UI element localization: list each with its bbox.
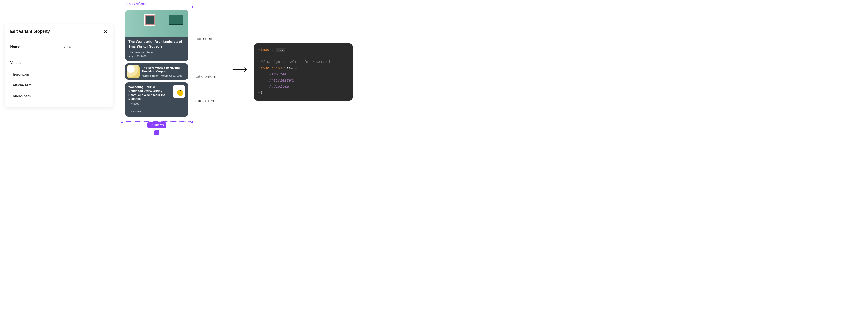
component-icon (125, 2, 128, 6)
hero-item-card[interactable]: The Wonderful Architectures of This Wint… (125, 10, 188, 61)
article-text: The New Method to Making Breakfast Crepe… (142, 66, 187, 77)
article-title: The New Method to Making Breakfast Crepe… (142, 66, 187, 74)
code-line-enum-decl: ⊕enum class View { (257, 65, 348, 72)
panel-title: Edit variant property (10, 29, 50, 34)
selection-handle-tr[interactable] (191, 6, 193, 8)
fold-end-icon[interactable]: ⊖ (257, 90, 260, 95)
article-item-card[interactable]: The New Method to Making Breakfast Crepe… (125, 63, 188, 80)
code-line-enum-v2: ArticleItem, (257, 78, 348, 84)
audio-thumbnail (173, 85, 185, 98)
article-date: November 10, 2021 (161, 74, 183, 77)
component-label[interactable]: NewsCard (125, 2, 192, 6)
more-icon[interactable] (183, 109, 185, 114)
svg-rect-3 (126, 5, 127, 6)
audio-time: 4 hours ago (128, 110, 142, 113)
selection-handle-tl[interactable] (121, 6, 123, 8)
audio-footer: 4 hours ago (128, 109, 185, 114)
component-frame[interactable]: The Wonderful Architectures of This Wint… (122, 7, 192, 122)
code-line-blank (257, 53, 348, 59)
annotation-hero: hero-item (195, 36, 213, 41)
name-row: Name (5, 38, 113, 56)
plus-icon (155, 131, 158, 134)
variants-badge[interactable]: 3 Variants (147, 122, 166, 128)
svg-rect-5 (127, 4, 128, 4)
fold-icon[interactable]: ⊕ (257, 48, 260, 52)
hero-date: August 25, 2021 (128, 55, 185, 58)
article-thumbnail (127, 65, 140, 78)
name-input[interactable] (61, 43, 108, 51)
article-meta: Morning Break November 10, 2021 (142, 74, 187, 77)
hero-title: The Wonderful Architectures of This Wint… (128, 39, 185, 49)
edit-variant-panel: Edit variant property Name Values hero-i… (5, 24, 113, 107)
selection-handle-br[interactable] (191, 120, 193, 122)
hero-image (125, 10, 188, 37)
add-variant-button[interactable] (154, 130, 159, 136)
canvas-frame-wrap: NewsCard The Wonderful Architectures of … (122, 2, 192, 122)
audio-row: Wondering Hour: A Childhood Story, Grizz… (128, 85, 185, 105)
values-label: Values (10, 60, 108, 65)
name-label: Name (10, 45, 20, 49)
panel-header: Edit variant property (5, 24, 113, 38)
value-item-hero[interactable]: hero-item (10, 69, 108, 80)
audio-text: Wondering Hour: A Childhood Story, Grizz… (128, 85, 170, 105)
arrow-icon (232, 67, 249, 73)
code-line-comment: // Design to select for NewsCard (257, 59, 348, 65)
audio-item-card[interactable]: Wondering Hour: A Childhood Story, Grizz… (125, 82, 188, 116)
audio-subtitle: The Bees (128, 102, 170, 105)
code-panel: ⊕import ... // Design to select for News… (254, 43, 353, 101)
annotation-audio: audio-item (195, 99, 215, 104)
hero-subtitle: The Seasonal Sagas (128, 51, 185, 54)
hero-body: The Wonderful Architectures of This Wint… (125, 37, 188, 61)
selection-handle-bl[interactable] (121, 120, 123, 122)
code-line-enum-v1: HeroItem, (257, 72, 348, 78)
values-section: Values hero-item article-item audio-item (5, 56, 113, 107)
code-line-enum-v3: AudioItem (257, 84, 348, 90)
value-item-article[interactable]: article-item (10, 80, 108, 91)
fold-icon[interactable]: ⊕ (257, 66, 260, 71)
annotation-article: article-item (195, 74, 216, 79)
component-name: NewsCard (129, 2, 146, 6)
svg-rect-4 (125, 4, 125, 4)
code-line-import: ⊕import ... (257, 47, 348, 53)
close-icon[interactable] (103, 29, 108, 34)
code-line-close: ⊖} (257, 90, 348, 96)
article-source: Morning Break (142, 74, 158, 77)
value-item-audio[interactable]: audio-item (10, 91, 108, 102)
svg-rect-2 (126, 2, 127, 3)
audio-title: Wondering Hour: A Childhood Story, Grizz… (128, 85, 170, 101)
